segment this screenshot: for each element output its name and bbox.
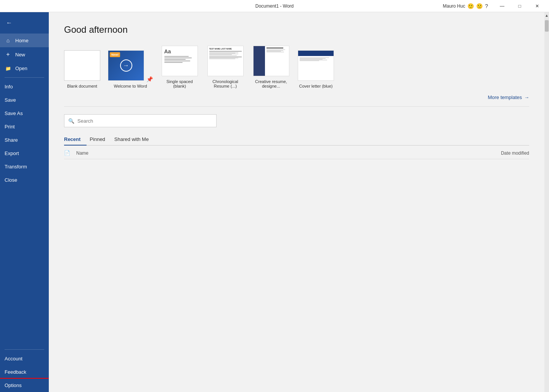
doc-line — [164, 59, 186, 60]
doc-line — [164, 56, 189, 57]
scroll-up-button[interactable]: ▲ — [544, 12, 549, 19]
app-container: ← ⌂ Home + New 📁 Open Info Save Save As … — [0, 12, 549, 392]
welcome-badge: New! — [110, 52, 120, 57]
scroll-thumb[interactable] — [545, 20, 549, 32]
search-container: 🔍 — [64, 114, 529, 127]
tab-recent-label: Recent — [64, 136, 80, 142]
search-icon: 🔍 — [68, 118, 74, 124]
template-chron-resume[interactable]: TEST NAME LAST NAME Chronological Resume… — [206, 46, 244, 88]
sidebar-label-open: Open — [15, 66, 27, 71]
sidebar-label-share: Share — [5, 137, 18, 143]
file-name-header: Name — [76, 150, 88, 156]
sidebar-label-feedback: Feedback — [5, 369, 26, 375]
sidebar-label-print: Print — [5, 124, 15, 130]
template-cover-letter[interactable]: Cover letter (blue) — [298, 50, 334, 88]
sidebar-item-save-as[interactable]: Save As — [0, 107, 49, 120]
sidebar-label-new: New — [15, 52, 25, 58]
template-label-welcome: Welcome to Word — [114, 84, 147, 88]
page-title: Good afternoon — [64, 24, 529, 35]
template-label-blank: Blank document — [67, 84, 97, 88]
back-button[interactable]: ← — [0, 14, 18, 32]
sidebar-item-save[interactable]: Save — [0, 93, 49, 107]
template-label-creative-resume: Creative resume, designe... — [252, 79, 290, 88]
doc-line — [164, 61, 191, 61]
tab-shared[interactable]: Shared with Me — [114, 133, 155, 145]
sidebar-divider-1 — [5, 77, 44, 78]
doc-line — [164, 58, 192, 58]
open-icon: 📁 — [5, 66, 11, 71]
pin-icon[interactable]: 📌 — [146, 76, 153, 82]
sidebar-label-close: Close — [5, 177, 17, 183]
sidebar-item-info[interactable]: Info — [0, 80, 49, 93]
template-thumb-single-spaced: Aa — [162, 46, 198, 76]
file-date-header: Date modified — [501, 150, 529, 156]
sidebar-item-print[interactable]: Print — [0, 120, 49, 133]
user-name: Mauro Huc — [443, 3, 466, 9]
minimize-button[interactable]: — — [493, 0, 511, 12]
sidebar-item-transform[interactable]: Transform — [0, 160, 49, 173]
more-templates-label: More templates — [488, 94, 522, 100]
search-box: 🔍 — [64, 114, 217, 127]
tab-recent[interactable]: Recent — [64, 133, 87, 145]
new-icon: + — [5, 51, 11, 58]
sidebar-label-save: Save — [5, 97, 16, 103]
template-welcome[interactable]: New! → 📌 Welcome to Word — [108, 50, 153, 88]
sidebar-label-home: Home — [15, 38, 29, 43]
sidebar-item-new[interactable]: + New — [0, 47, 49, 62]
tab-shared-label: Shared with Me — [114, 136, 149, 142]
welcome-arrow-icon: → — [120, 59, 132, 72]
template-thumb-chron-resume: TEST NAME LAST NAME — [207, 46, 244, 76]
template-thumb-blank — [64, 50, 100, 81]
smiley-icon[interactable]: 🙂 — [467, 3, 474, 9]
main-content: Good afternoon Blank document New! → 📌 W… — [49, 12, 544, 392]
sidebar-bottom: Account Feedback Options — [0, 347, 49, 392]
tab-pinned-label: Pinned — [90, 136, 105, 142]
sidebar-item-open[interactable]: 📁 Open — [0, 62, 49, 75]
maximize-button[interactable]: □ — [511, 0, 528, 12]
template-label-cover-letter: Cover letter (blue) — [299, 84, 332, 88]
template-blank[interactable]: Blank document — [64, 50, 100, 88]
template-single-spaced[interactable]: Aa Single spaced (blank) — [161, 46, 199, 88]
sidebar-item-share[interactable]: Share — [0, 133, 49, 147]
more-templates-arrow: → — [524, 94, 529, 100]
sidebar-item-feedback[interactable]: Feedback — [0, 365, 49, 379]
more-templates-row: More templates → — [64, 94, 529, 107]
help-icon[interactable]: ? — [485, 3, 488, 9]
more-templates-link[interactable]: More templates → — [488, 94, 529, 100]
template-thumb-cover-letter — [298, 50, 334, 81]
file-date-col-header: Date modified — [461, 150, 529, 156]
back-icon: ← — [6, 19, 12, 26]
sad-icon[interactable]: 🙁 — [476, 3, 483, 9]
titlebar: Document1 - Word Mauro Huc 🙂 🙁 ? — □ ✕ — [0, 0, 549, 12]
sidebar-label-transform: Transform — [5, 164, 27, 170]
file-icon-header: 📄 — [64, 150, 70, 156]
templates-row: Blank document New! → 📌 Welcome to Word … — [64, 46, 529, 88]
sidebar-item-export[interactable]: Export — [0, 147, 49, 160]
search-input[interactable] — [77, 118, 212, 124]
tabs-row: Recent Pinned Shared with Me — [64, 133, 529, 146]
titlebar-title: Document1 - Word — [255, 3, 294, 9]
close-button[interactable]: ✕ — [528, 0, 546, 12]
file-name-col-header: Name — [76, 150, 461, 156]
sidebar-item-options[interactable]: Options — [0, 379, 49, 392]
sidebar-item-home[interactable]: ⌂ Home — [0, 34, 49, 47]
sidebar-label-info: Info — [5, 84, 13, 90]
template-pin-group: New! → 📌 — [108, 50, 153, 84]
sidebar-divider-2 — [5, 349, 44, 350]
template-creative-resume[interactable]: Creative resume, designe... — [252, 46, 290, 88]
titlebar-user: Mauro Huc 🙂 🙁 ? — □ ✕ — [443, 0, 549, 12]
sidebar-item-account[interactable]: Account — [0, 352, 49, 365]
sidebar-label-options: Options — [5, 382, 22, 388]
sidebar-label-account: Account — [5, 356, 22, 362]
sidebar-label-export: Export — [5, 150, 19, 156]
main-scrollbar: ▲ — [544, 12, 549, 392]
template-label-chron-resume: Chronological Resume (...) — [206, 79, 244, 88]
sidebar-item-close[interactable]: Close — [0, 173, 49, 187]
tab-pinned[interactable]: Pinned — [90, 133, 111, 145]
sidebar-label-save-as: Save As — [5, 110, 23, 116]
window-controls: — □ ✕ — [493, 0, 546, 12]
file-list-empty — [64, 159, 529, 312]
file-list-header: 📄 Name Date modified — [64, 147, 529, 159]
home-icon: ⌂ — [5, 37, 11, 43]
doc-aa-label: Aa — [164, 48, 195, 54]
